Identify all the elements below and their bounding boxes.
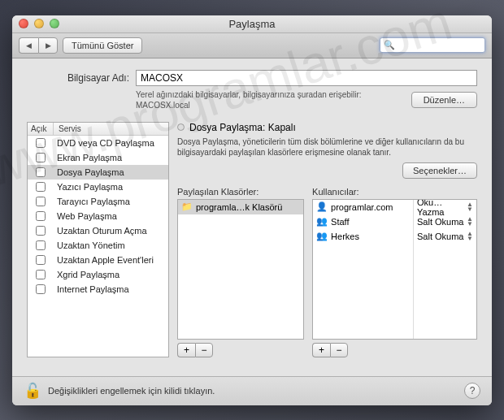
permission-label: Salt Okuma [417,217,463,227]
help-button[interactable]: ? [464,383,480,399]
user-icon: 👥 [316,216,328,227]
folders-list[interactable]: 📁programla…k Klasörü [177,199,304,340]
chevron-right-icon: ▶ [46,41,51,50]
status-row: Dosya Paylaşma: Kapalı [177,122,477,133]
forward-button[interactable]: ▶ [38,37,58,54]
permission-cell[interactable]: Oku…Yazma▲▼ [414,200,476,214]
preferences-window: Paylaşma ◀ ▶ Tümünü Göster 🔍 Bilgisayar … [12,15,492,405]
toolbar: ◀ ▶ Tümünü Göster 🔍 [12,33,492,58]
folders-panel: Paylaşılan Klasörler: 📁programla…k Klasö… [177,187,304,357]
service-name: Uzaktan Oturum Açma [54,226,168,236]
chevron-left-icon: ◀ [26,41,32,50]
service-checkbox[interactable] [36,153,46,162]
header-service: Servis [54,123,168,135]
add-folder-button[interactable]: + [177,343,195,357]
service-checkbox[interactable] [36,284,46,294]
close-icon[interactable] [19,19,28,28]
zoom-icon[interactable] [50,19,59,28]
user-icon: 👤 [316,201,328,212]
service-list-header: Açık Servis [28,123,168,136]
service-checkbox[interactable] [36,240,46,250]
footer: 🔓 Değişiklikleri engellemek için kilidi … [12,376,492,405]
status-label: Dosya Paylaşma: Kapalı [189,122,296,133]
remove-folder-button[interactable]: − [195,343,213,357]
permission-label: Oku…Yazma [417,199,467,217]
users-pm: + − [312,343,477,357]
service-name: Dosya Paylaşma [54,167,168,177]
content-area: Bilgisayar Adı: Yerel ağınızdaki bilgisa… [12,58,492,376]
user-name: Herkes [331,232,359,241]
users-list[interactable]: 👤programlar.com👥Staff👥Herkes Oku…Yazma▲▼… [312,199,477,340]
service-list: Açık Servis DVD veya CD PaylaşmaEkran Pa… [27,122,169,357]
search-icon: 🔍 [384,40,395,50]
service-row[interactable]: Xgrid Paylaşma [28,267,168,282]
service-checkbox[interactable] [36,226,46,236]
show-all-button[interactable]: Tümünü Göster [63,37,142,54]
user-row[interactable]: 👥Staff [313,214,413,229]
service-row[interactable]: DVD veya CD Paylaşma [28,136,168,150]
service-row[interactable]: Tarayıcı Paylaşma [28,194,168,209]
service-row[interactable]: Web Paylaşma [28,209,168,223]
computer-subtext-row: Yerel ağınızdaki bilgisayarlar, bilgisay… [136,89,477,110]
service-name: Ekran Paylaşma [54,153,168,162]
service-row[interactable]: Uzaktan Yönetim [28,238,168,253]
nav-group: ◀ ▶ [19,37,58,54]
folders-label: Paylaşılan Klasörler: [177,187,304,197]
user-name: Staff [331,217,349,227]
stepper-icon[interactable]: ▲▼ [467,202,473,211]
edit-button[interactable]: Düzenle… [411,92,477,108]
service-name: Xgrid Paylaşma [54,270,168,279]
search-input[interactable] [398,41,481,50]
folder-icon: 📁 [181,201,193,212]
detail-pane: Dosya Paylaşma: Kapalı Dosya Paylaşma, y… [177,122,477,357]
users-panel: Kullanıcılar: 👤programlar.com👥Staff👥Herk… [312,187,477,357]
user-row[interactable]: 👥Herkes [313,229,413,244]
computer-name-row: Bilgisayar Adı: [27,70,477,86]
stepper-icon[interactable]: ▲▼ [467,217,473,226]
service-row[interactable]: Yazıcı Paylaşma [28,180,168,194]
service-description: Dosya Paylaşma, yöneticilerin tüm disk b… [177,136,477,158]
search-field-wrap: 🔍 [380,37,485,53]
service-checkbox[interactable] [36,182,46,192]
service-row[interactable]: Internet Paylaşma [28,282,168,297]
service-list-body[interactable]: DVD veya CD PaylaşmaEkran PaylaşmaDosya … [28,136,168,357]
service-checkbox[interactable] [36,167,46,177]
window-title: Paylaşma [12,18,492,30]
user-row[interactable]: 👤programlar.com [313,200,413,214]
computer-subtext: Yerel ağınızdaki bilgisayarlar, bilgisay… [136,89,405,110]
service-name: Uzaktan Yönetim [54,240,168,250]
service-checkbox[interactable] [36,270,46,279]
traffic-lights [12,19,59,28]
folder-row[interactable]: 📁programla…k Klasörü [178,200,303,214]
add-user-button[interactable]: + [312,343,330,357]
lock-text: Değişiklikleri engellemek için kilidi tı… [48,386,458,396]
header-on: Açık [28,123,54,135]
service-name: Tarayıcı Paylaşma [54,197,168,206]
lower-section: Açık Servis DVD veya CD PaylaşmaEkran Pa… [27,122,477,357]
service-checkbox[interactable] [36,138,46,148]
minimize-icon[interactable] [34,19,44,28]
service-row[interactable]: Uzaktan Apple Event'leri [28,253,168,267]
service-row[interactable]: Dosya Paylaşma [28,165,168,180]
permission-label: Salt Okuma [417,232,463,241]
service-row[interactable]: Uzaktan Oturum Açma [28,223,168,238]
permission-cell[interactable]: Salt Okuma▲▼ [414,229,476,244]
user-name: programlar.com [331,202,393,212]
user-icon: 👥 [316,231,328,241]
users-label: Kullanıcılar: [312,187,477,197]
back-button[interactable]: ◀ [19,37,38,54]
remove-user-button[interactable]: − [330,343,348,357]
service-name: Uzaktan Apple Event'leri [54,255,168,265]
service-checkbox[interactable] [36,255,46,265]
service-checkbox[interactable] [36,197,46,206]
service-checkbox[interactable] [36,211,46,221]
service-name: Internet Paylaşma [54,284,168,294]
stepper-icon[interactable]: ▲▼ [467,232,473,240]
service-row[interactable]: Ekran Paylaşma [28,150,168,165]
folder-name: programla…k Klasörü [196,202,282,212]
options-button[interactable]: Seçenekler… [402,162,477,179]
computer-name-input[interactable] [136,70,477,86]
permission-cell[interactable]: Salt Okuma▲▼ [414,214,476,229]
lock-icon[interactable]: 🔓 [24,382,41,400]
service-name: Web Paylaşma [54,211,168,221]
